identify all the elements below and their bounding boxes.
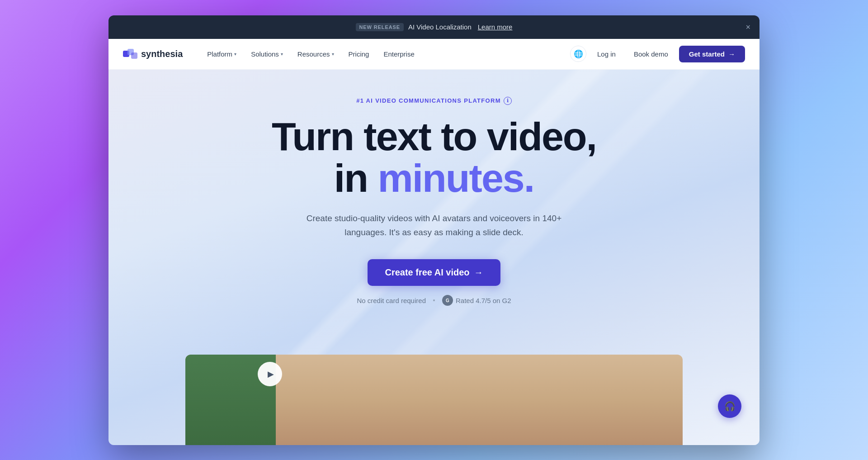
hero-title-line2-prefix: in	[334, 156, 378, 200]
hero-badge-text: #1 AI VIDEO COMMUNICATIONS PLATFORM	[356, 97, 501, 104]
cta-arrow-icon: →	[474, 267, 483, 278]
login-button[interactable]: Log in	[590, 47, 623, 62]
logo-text: synthesia	[141, 49, 183, 59]
nav-pricing-label: Pricing	[349, 50, 369, 58]
support-button[interactable]: 🎧	[718, 394, 741, 418]
arrow-right-icon: →	[728, 50, 735, 58]
nav-right: 🌐 Log in Book demo Get started →	[570, 46, 745, 62]
nav-platform-label: Platform	[207, 50, 232, 58]
nav-item-platform[interactable]: Platform ▾	[201, 47, 243, 62]
divider	[433, 299, 435, 301]
hero-title-highlight: minutes.	[377, 156, 534, 200]
play-button[interactable]: ▶	[258, 362, 282, 386]
cta-label: Create free AI video	[385, 267, 469, 278]
get-started-button[interactable]: Get started →	[679, 46, 745, 62]
announcement-close-button[interactable]: ×	[745, 23, 750, 31]
get-started-label: Get started	[689, 50, 725, 58]
hero-badge: #1 AI VIDEO COMMUNICATIONS PLATFORM ℹ	[356, 97, 512, 105]
nav-links: Platform ▾ Solutions ▾ Resources ▾ Prici…	[201, 47, 570, 62]
globe-icon: 🌐	[574, 49, 583, 59]
svg-rect-2	[131, 52, 137, 59]
nav-item-resources[interactable]: Resources ▾	[291, 47, 340, 62]
language-selector-button[interactable]: 🌐	[570, 46, 586, 62]
g2-icon: G	[442, 295, 453, 306]
learn-more-link[interactable]: Learn more	[478, 23, 513, 31]
nav-resources-label: Resources	[297, 50, 330, 58]
create-free-video-button[interactable]: Create free AI video →	[368, 259, 500, 286]
nav-item-enterprise[interactable]: Enterprise	[377, 47, 420, 62]
nav-item-solutions[interactable]: Solutions ▾	[245, 47, 289, 62]
logo-icon	[123, 49, 137, 59]
play-icon: ▶	[268, 369, 274, 379]
hero-title-line1: Turn text to video,	[272, 114, 596, 159]
nav-item-pricing[interactable]: Pricing	[342, 47, 376, 62]
info-icon[interactable]: ℹ	[504, 97, 512, 105]
hero-section: #1 AI VIDEO COMMUNICATIONS PLATFORM ℹ Tu…	[108, 70, 760, 445]
browser-window: NEW RELEASE AI Video Localization Learn …	[108, 15, 760, 445]
g2-rating-text: Rated 4.7/5 on G2	[456, 297, 511, 304]
headset-icon: 🎧	[724, 401, 736, 412]
logo[interactable]: synthesia	[123, 49, 183, 59]
nav-enterprise-label: Enterprise	[383, 50, 414, 58]
hero-subtitle: Create studio-quality videos with AI ava…	[303, 212, 565, 239]
announcement-text: AI Video Localization	[408, 23, 472, 31]
nav-solutions-label: Solutions	[251, 50, 279, 58]
no-credit-card-text: No credit card required	[357, 297, 426, 304]
platform-chevron-icon: ▾	[234, 52, 236, 57]
g2-badge: G Rated 4.7/5 on G2	[442, 295, 511, 306]
new-release-badge: NEW RELEASE	[356, 23, 404, 31]
solutions-chevron-icon: ▾	[281, 52, 283, 57]
resources-chevron-icon: ▾	[332, 52, 334, 57]
hero-content: #1 AI VIDEO COMMUNICATIONS PLATFORM ℹ Tu…	[272, 70, 596, 324]
navbar: synthesia Platform ▾ Solutions ▾ Resourc…	[108, 39, 760, 70]
hero-title: Turn text to video, in minutes.	[272, 116, 596, 199]
book-demo-button[interactable]: Book demo	[627, 47, 675, 62]
announcement-bar: NEW RELEASE AI Video Localization Learn …	[108, 15, 760, 39]
social-proof: No credit card required G Rated 4.7/5 on…	[357, 295, 511, 306]
